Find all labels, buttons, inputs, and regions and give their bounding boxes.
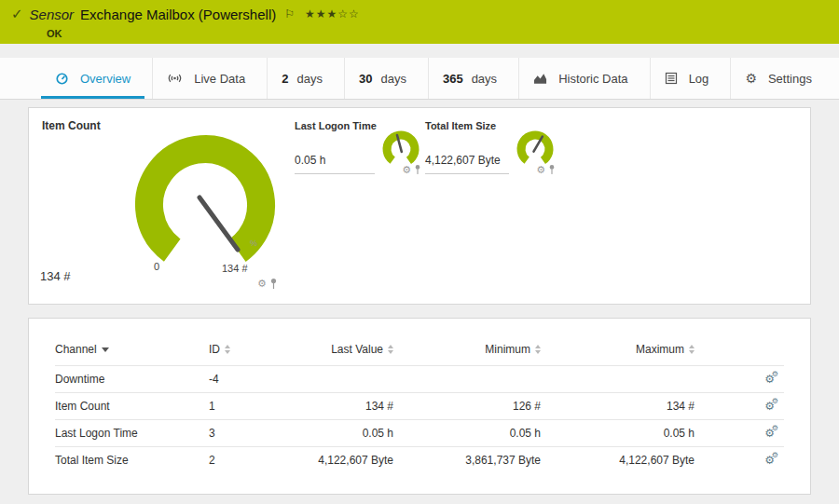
secondary-gauge-total-item-size: Total Item Size 4,122,607 Byte ⚙ [425, 120, 557, 187]
tab-settings[interactable]: ⚙ Settings [730, 58, 826, 99]
tab-historic-data[interactable]: Historic Data [518, 58, 641, 99]
tab-365-days[interactable]: 365days [428, 58, 511, 99]
channel-settings-gear-icon[interactable]: ⚙⚙ [764, 454, 775, 467]
column-header-last-value[interactable]: Last Value [331, 343, 393, 356]
channel-minimum: 3,861,737 Byte [393, 447, 541, 474]
channel-settings-gear-icon[interactable]: ⚙⚙ [764, 373, 775, 386]
gauge-settings-gear-icon[interactable]: ⚙ [257, 279, 267, 289]
table-header-row: Channel ID Last Value Minimum Maximum [55, 337, 784, 366]
sensor-title: Exchange Mailbox (Powershell) [80, 7, 276, 22]
channel-name: Total Item Size [55, 447, 209, 474]
sort-desc-icon [102, 347, 109, 352]
sort-icon [689, 345, 695, 354]
sort-icon [535, 345, 541, 354]
tab-bar: Overview Live Data 2days 30days 365days … [0, 58, 839, 100]
item-count-gauge: 0 134 # % ⚙ [112, 119, 298, 298]
main-content: Item Count 134 # 0 134 # % ⚙ Last Logon … [0, 100, 839, 495]
table-row: Item Count 1 134 # 126 # 134 # ⚙⚙ [55, 393, 784, 420]
channel-name: Downtime [55, 366, 209, 393]
tab-30-days[interactable]: 30days [344, 58, 420, 99]
table-row: Total Item Size 2 4,122,607 Byte 3,861,7… [55, 447, 784, 474]
channel-last-value: 134 # [282, 393, 393, 420]
tab-2-days[interactable]: 2days [267, 58, 337, 99]
channel-minimum: 0.05 h [393, 420, 541, 447]
log-list-icon [665, 72, 678, 85]
channel-id: 1 [209, 393, 282, 420]
column-header-minimum[interactable]: Minimum [485, 343, 541, 356]
secondary-gauge-value: 4,122,607 Byte [425, 154, 509, 174]
tab-live-data[interactable]: Live Data [152, 58, 259, 99]
channel-minimum: 126 # [393, 393, 541, 420]
gauge-settings-gear-icon[interactable]: ⚙ [402, 165, 411, 175]
status-badge: OK [47, 28, 62, 39]
column-header-channel[interactable]: Channel [55, 343, 109, 356]
tab-log[interactable]: Log [650, 58, 723, 99]
sensor-status-header: ✓ Sensor Exchange Mailbox (Powershell) ⚐… [0, 0, 839, 44]
sort-icon [388, 345, 393, 354]
secondary-gauge-value: 0.05 h [295, 154, 375, 174]
channel-name: Last Logon Time [55, 420, 209, 447]
channel-maximum: 4,122,607 Byte [541, 447, 695, 474]
priority-stars[interactable]: ★★★☆☆ [305, 7, 360, 20]
channel-id: 3 [209, 420, 282, 447]
column-header-maximum[interactable]: Maximum [636, 343, 695, 356]
gauge-settings-gear-icon[interactable]: ⚙ [536, 165, 545, 175]
channel-name: Item Count [55, 393, 209, 420]
channels-panel: Channel ID Last Value Minimum Maximum Do… [28, 318, 811, 495]
column-header-id[interactable]: ID [209, 343, 230, 356]
gauge-pin-icon[interactable] [269, 278, 278, 290]
tab-overview[interactable]: Overview [41, 58, 144, 99]
channel-last-value: 4,122,607 Byte [282, 447, 393, 474]
gauge-pin-icon[interactable] [548, 164, 556, 175]
gauge-needle [199, 198, 238, 250]
channel-settings-gear-icon[interactable]: ⚙⚙ [764, 427, 775, 440]
gauge-pin-icon[interactable] [414, 164, 421, 175]
overview-gauge-icon [55, 72, 69, 86]
channel-last-value: 0.05 h [282, 420, 393, 447]
secondary-gauge-last-logon: Last Logon Time 0.05 h ⚙ [295, 120, 423, 187]
table-row: Downtime -4 ⚙⚙ [55, 366, 784, 393]
channel-maximum: 134 # [541, 393, 695, 420]
channel-last-value [282, 366, 393, 393]
live-data-broadcast-icon [167, 72, 183, 85]
channels-table: Channel ID Last Value Minimum Maximum Do… [55, 337, 784, 473]
sensor-kind-label: Sensor [30, 7, 75, 22]
flag-icon[interactable]: ⚐ [284, 7, 295, 20]
primary-gauge-value: 134 # [40, 269, 71, 283]
gauge-scale-max: 134 # [222, 263, 248, 274]
channel-maximum [541, 366, 695, 393]
channel-minimum [393, 366, 541, 393]
channel-id: 2 [209, 447, 282, 474]
status-ok-check-icon: ✓ [11, 6, 23, 22]
settings-gear-icon: ⚙ [745, 71, 757, 86]
table-row: Last Logon Time 3 0.05 h 0.05 h 0.05 h ⚙… [55, 420, 784, 447]
channel-maximum: 0.05 h [541, 420, 695, 447]
channel-settings-gear-icon[interactable]: ⚙⚙ [764, 400, 775, 413]
gauges-panel: Item Count 134 # 0 134 # % ⚙ Last Logon … [28, 107, 811, 305]
primary-gauge-title: Item Count [42, 119, 101, 132]
historic-chart-icon [533, 72, 547, 85]
gauge-unit-label: % [250, 238, 257, 248]
sort-icon [225, 345, 230, 354]
channel-id: -4 [209, 366, 282, 393]
gauge-scale-min: 0 [154, 261, 159, 272]
